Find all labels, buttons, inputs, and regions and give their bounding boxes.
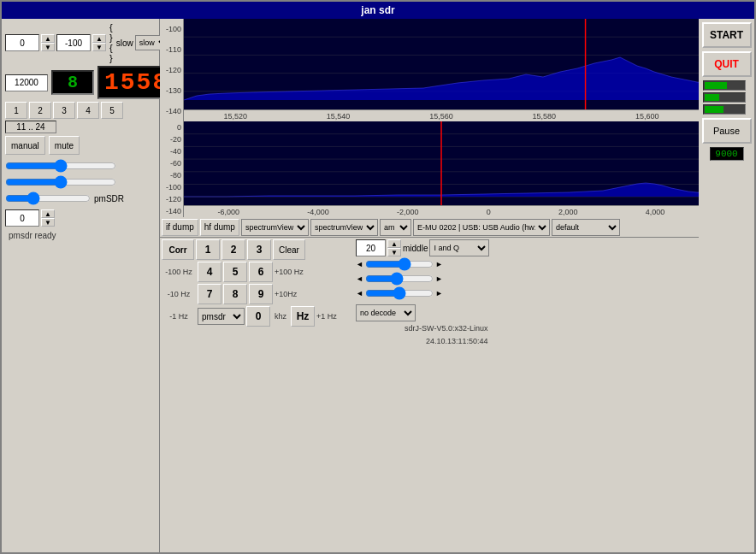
bottom-spectrum-plot[interactable] [184,121,699,205]
spinner1-down[interactable]: ▼ [41,43,55,51]
zero-up[interactable]: ▲ [41,209,55,218]
output-select[interactable]: default [552,219,620,236]
hslider3[interactable] [365,287,434,299]
x-bot-4: 0 [487,208,491,216]
level-bar-1 [703,80,746,91]
iq-select[interactable]: I and Q I only Q only [429,239,489,256]
preset-range: 11 .. 24 [5,121,56,133]
level-fill-3 [705,106,724,113]
y-top-3: -120 [160,66,183,74]
y-bot-1: 0 [160,123,183,132]
channel-display: 8 [51,70,94,95]
y-bot-4: -60 [160,159,183,168]
pmsdr-slider[interactable] [5,192,91,205]
hf-dump-btn[interactable]: hf dump [200,219,239,236]
preset-btn-1[interactable]: 1 [5,102,27,119]
spinner2-input[interactable]: -100 [56,34,91,51]
y-bot-8: -140 [160,207,183,215]
numpad-2[interactable]: 2 [221,239,245,260]
spinner1-up[interactable]: ▲ [41,34,55,43]
minus-1hz-label: -1 Hz [162,310,196,322]
volume-input[interactable] [356,239,386,256]
audio-device-select[interactable]: E-MU 0202 | USB: USB Audio (hw:1 [413,219,550,236]
numpad-9[interactable]: 9 [249,284,273,304]
spinner2-up[interactable]: ▲ [92,34,106,43]
pause-btn[interactable]: Pause [702,118,752,144]
bottom-controls: Corr 1 2 3 Clear -100 Hz 4 5 6 +100 Hz [160,238,699,349]
spinner1-input[interactable]: 0 [5,34,39,51]
start-btn[interactable]: START [702,22,752,48]
zero-input[interactable]: 0 [5,209,39,227]
hz-row-100: -100 Hz 4 5 6 +100 Hz [162,262,351,282]
hz-row-10: -10 Hz 7 8 9 +10Hz [162,284,351,304]
hslider1[interactable] [365,258,434,270]
spinner-row: 0 ▲ ▼ -100 ▲ ▼ { }{ } slow slow fast [5,22,156,63]
spectrum-view1-select[interactable]: spectrumView [241,219,309,236]
right-panel: START QUIT Pause 9000 [699,19,754,552]
plus-1hz-label: +1 Hz [316,310,351,322]
y-bot-7: -120 [160,195,183,203]
x-bot-1: -6,000 [218,208,240,216]
center-panel: -100 -110 -120 -130 -140 [160,19,699,552]
x-top-5: 15,600 [635,112,659,121]
x-bot-6: 4,000 [646,208,665,216]
numpad-3[interactable]: 3 [247,239,271,260]
timestamp-text: 24.10.13:11:50:44 [424,335,490,347]
top-spectrum-plot[interactable] [184,19,699,109]
corr-btn[interactable]: Corr [162,239,194,260]
top-spectrum-container: -100 -110 -120 -130 -140 [160,19,699,121]
numpad-0[interactable]: 0 [246,306,270,327]
if-dump-btn[interactable]: if dump [162,219,198,236]
sdr-info-text: sdrJ-SW-V5.0:x32-Linux [403,322,489,334]
clear-btn[interactable]: Clear [273,239,305,260]
x-bot-5: 2,000 [558,208,578,216]
bottom-spectrum-svg [184,121,699,205]
squelch-slider[interactable] [5,175,116,189]
preset-btn-4[interactable]: 4 [77,102,99,119]
vol-up[interactable]: ▲ [387,239,401,248]
plus-100hz-label: +100 Hz [275,266,309,278]
numpad-8[interactable]: 8 [223,284,247,304]
spinner2-down[interactable]: ▼ [92,43,106,51]
freq-input-field[interactable] [5,74,48,91]
mode-select[interactable]: am fm usb lsb [380,219,411,236]
hz-row-1: -1 Hz pmsdr 0 khz Hz +1 Hz [162,306,351,327]
pmsdr-select[interactable]: pmsdr [198,308,245,325]
main-window: jan sdr 0 ▲ ▼ -100 ▲ ▼ { }{ } [0,0,756,554]
zero-down[interactable]: ▼ [41,218,55,227]
manual-btn[interactable]: manual [5,136,45,155]
y-bot-6: -100 [160,183,183,192]
y-top-4: -130 [160,86,183,95]
window-title: jan sdr [361,4,394,16]
numpad-1[interactable]: 1 [196,239,220,260]
no-decode-select[interactable]: no decode [356,304,416,321]
volume-slider[interactable] [5,159,116,173]
y-axis-bottom: 0 -20 -40 -60 -80 -100 -120 -140 [160,121,184,217]
x-top-2: 15,540 [327,112,351,121]
hz-btn[interactable]: Hz [291,306,315,327]
preset-btn-5[interactable]: 5 [101,102,123,119]
preset-btn-3[interactable]: 3 [53,102,75,119]
level-fill-2 [705,94,719,101]
spectrum-view2-select[interactable]: spectrumView [310,219,378,236]
vol-down[interactable]: ▼ [387,248,401,256]
middle-label: middle [403,244,428,253]
y-top-1: -100 [160,25,183,33]
bottom-spectrum-container: 0 -20 -40 -60 -80 -100 -120 -140 [160,121,699,217]
quit-btn[interactable]: QUIT [702,51,752,77]
y-top-5: -140 [160,107,183,115]
x-axis-bottom: -6,000 -4,000 -2,000 0 2,000 4,000 [184,205,699,217]
left-panel: 0 ▲ ▼ -100 ▲ ▼ { }{ } slow slow fast [2,19,160,552]
mute-btn[interactable]: mute [49,136,80,155]
title-bar: jan sdr [2,2,754,19]
status-text: pmsdr ready [5,229,156,242]
numpad-6[interactable]: 6 [249,262,273,282]
hslider2[interactable] [365,273,434,285]
preset-btn-2[interactable]: 2 [29,102,51,119]
squelch-display: 9000 [710,147,744,161]
numpad-7[interactable]: 7 [198,284,221,304]
numpad-4[interactable]: 4 [198,262,221,282]
level-indicators [703,80,750,115]
numpad-5[interactable]: 5 [223,262,247,282]
y-top-2: -110 [160,45,183,54]
